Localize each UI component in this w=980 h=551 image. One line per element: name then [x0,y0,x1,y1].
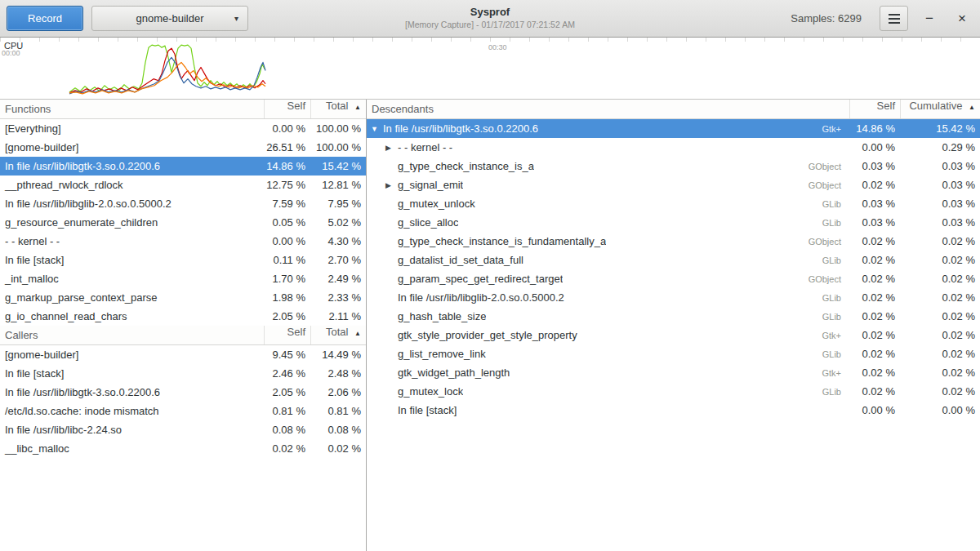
close-button[interactable]: × [951,7,973,30]
function-name: In file /usr/lib/libglib-2.0.so.0.5000.2 [398,291,564,304]
self-column-header[interactable]: Self [264,100,310,118]
cpu-orange-line [69,62,265,94]
descendants-name-cell: g_list_remove_linkGLib [367,348,849,360]
tree-row[interactable]: ▶- - kernel - -0.00 %0.29 % [367,138,980,157]
tree-row[interactable]: g_list_remove_linkGLib0.02 %0.02 % [367,344,980,363]
cumulative-cell: 0.03 % [900,160,980,172]
table-row[interactable]: In file /usr/lib/libc-2.24.so0.08 %0.08 … [0,420,366,439]
tree-row[interactable]: g_type_check_instance_is_fundamentally_a… [367,232,980,251]
table-row[interactable]: g_resource_enumerate_children0.05 %5.02 … [0,213,366,232]
total-cell: 12.81 % [310,179,366,191]
expander-icon[interactable]: ▶ [384,181,398,189]
headerbar-right-controls: Samples: 6299 − × [791,6,973,31]
callers-name-cell: In file [stack] [0,367,264,380]
table-row[interactable]: [gnome-builder]9.45 %14.49 % [0,345,366,364]
table-row[interactable]: [Everything]0.00 %100.00 % [0,119,366,138]
cumulative-column-header[interactable]: Cumulative ▲ [900,100,980,118]
function-name: g_mutex_unlock [398,198,475,210]
callers-name-cell: [gnome-builder] [0,349,264,361]
self-cell: 0.02 % [849,310,900,322]
descendants-name-cell: g_param_spec_get_redirect_targetGObject [367,273,849,285]
descendants-name-cell: g_type_check_instance_is_aGObject [367,160,849,172]
process-selector[interactable]: gnome-builder ▾ [91,6,248,31]
table-row[interactable]: __libc_malloc0.02 %0.02 % [0,439,366,458]
expander-icon[interactable]: ▶ [384,144,398,152]
callers-column-header[interactable]: Callers [0,326,264,344]
expander-icon[interactable]: ▼ [369,125,383,133]
tree-row[interactable]: g_hash_table_sizeGLib0.02 %0.02 % [367,307,980,326]
record-button[interactable]: Record [7,6,83,31]
descendants-column-label: Descendants [372,103,434,115]
total-cell: 2.06 % [310,386,366,398]
functions-column-header[interactable]: Functions [0,100,264,118]
tree-row[interactable]: ▼In file /usr/lib/libgtk-3.so.0.2200.6Gt… [367,119,980,138]
profile-view: Functions Self Total ▲ [Everything]0.00 … [0,100,980,551]
sort-indicator-icon: ▲ [354,104,361,111]
samples-count: Samples: 6299 [791,12,862,24]
tree-row[interactable]: ▶g_signal_emitGObject0.02 %0.03 % [367,176,980,194]
tree-row[interactable]: g_datalist_id_set_data_fullGLib0.02 %0.0… [367,251,980,269]
table-row[interactable]: In file /usr/lib/libgtk-3.so.0.2200.614.… [0,157,366,176]
functions-name-cell: _int_malloc [0,273,264,285]
minimize-button[interactable]: − [918,7,941,30]
total-cell: 15.42 % [310,160,366,172]
callers-name-cell: In file /usr/lib/libgtk-3.so.0.2200.6 [0,386,264,398]
table-row[interactable]: [gnome-builder]26.51 %100.00 % [0,138,366,157]
functions-name-cell: [gnome-builder] [0,141,264,153]
tree-row[interactable]: gtk_style_provider_get_style_propertyGtk… [367,326,980,344]
self-cell: 0.02 % [849,235,900,247]
tree-row[interactable]: g_mutex_lockGLib0.02 %0.02 % [367,382,980,401]
table-row[interactable]: In file [stack]0.11 %2.70 % [0,251,366,269]
descendants-column-header[interactable]: Descendants [367,100,849,118]
self-cell: 7.59 % [264,198,310,210]
tree-row[interactable]: g_type_check_instance_is_aGObject0.03 %0… [367,157,980,176]
self-cell: 0.00 % [849,404,900,416]
table-row[interactable]: g_io_channel_read_chars2.05 %2.11 % [0,307,366,326]
tree-row[interactable]: gtk_widget_path_lengthGtk+0.02 %0.02 % [367,363,980,382]
callers-total-column-header[interactable]: Total ▲ [310,326,366,344]
table-row[interactable]: In file /usr/lib/libglib-2.0.so.0.5000.2… [0,194,366,213]
callers-self-column-header[interactable]: Self [264,326,310,344]
descendants-name-cell: g_hash_table_sizeGLib [367,310,849,322]
total-column-header[interactable]: Total ▲ [310,100,366,118]
functions-name-cell: g_resource_enumerate_children [0,216,264,229]
descendants-self-column-header[interactable]: Self [849,100,900,118]
library-badge: Gtk+ [815,331,849,340]
tree-row[interactable]: g_slice_allocGLib0.03 %0.03 % [367,213,980,232]
sort-indicator-icon: ▲ [969,104,975,111]
table-row[interactable]: - - kernel - -0.00 %4.30 % [0,232,366,251]
table-row[interactable]: In file /usr/lib/libgtk-3.so.0.2200.62.0… [0,383,366,402]
menu-button[interactable] [880,6,908,31]
self-cell: 0.02 % [849,291,900,304]
self-cell: 26.51 % [264,141,310,153]
descendants-name-cell: ▶- - kernel - - [367,141,849,153]
self-cell: 0.08 % [264,424,310,436]
cumulative-cell: 0.02 % [900,385,980,398]
function-name: g_param_spec_get_redirect_target [398,273,563,285]
library-badge: GObject [802,162,849,171]
tree-row[interactable]: In file [stack]0.00 %0.00 % [367,401,980,420]
descendants-name-cell: g_datalist_id_set_data_fullGLib [367,254,849,266]
total-cell: 2.48 % [310,367,366,380]
cpu-timeline[interactable]: CPU 00:00 00:30 [0,38,980,100]
tree-row[interactable]: In file /usr/lib/libglib-2.0.so.0.5000.2… [367,288,980,307]
functions-name-cell: __pthread_rwlock_rdlock [0,179,264,191]
table-row[interactable]: __pthread_rwlock_rdlock12.75 %12.81 % [0,176,366,194]
functions-name-cell: - - kernel - - [0,235,264,247]
self-cell: 2.05 % [264,386,310,398]
total-cell: 7.95 % [310,198,366,210]
table-row[interactable]: g_markup_parse_context_parse1.98 %2.33 % [0,288,366,307]
functions-name-cell: In file [stack] [0,254,264,266]
table-row[interactable]: _int_malloc1.70 %2.49 % [0,269,366,288]
descendants-name-cell: g_mutex_unlockGLib [367,198,849,210]
self-cell: 14.86 % [264,160,310,172]
functions-name-cell: g_markup_parse_context_parse [0,291,264,304]
descendants-name-cell: In file [stack] [367,404,849,416]
tree-row[interactable]: g_param_spec_get_redirect_targetGObject0… [367,269,980,288]
total-cell: 14.49 % [310,349,366,361]
self-cell: 0.00 % [264,235,310,247]
table-row[interactable]: /etc/ld.so.cache: inode mismatch0.81 %0.… [0,402,366,420]
library-badge: GObject [802,274,849,284]
table-row[interactable]: In file [stack]2.46 %2.48 % [0,364,366,383]
tree-row[interactable]: g_mutex_unlockGLib0.03 %0.03 % [367,194,980,213]
